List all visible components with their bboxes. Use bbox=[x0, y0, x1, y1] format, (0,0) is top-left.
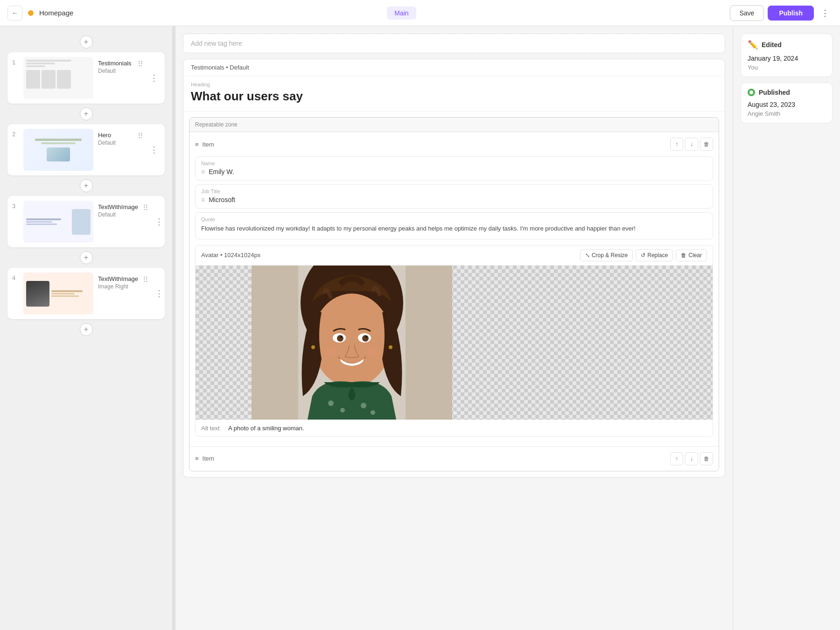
clear-button[interactable]: 🗑 Clear bbox=[676, 249, 707, 261]
svg-point-18 bbox=[389, 345, 392, 349]
sidebar-item-2[interactable]: 2 Hero Default ⠿ ⋮ bbox=[7, 124, 165, 175]
item-info-4: TextWithImage Image Right bbox=[98, 273, 138, 290]
item-row-label-2: ≡ Item bbox=[195, 455, 214, 462]
svg-point-12 bbox=[364, 347, 380, 357]
item-more-4[interactable]: ⋮ bbox=[153, 288, 165, 299]
item-thumbnail-1 bbox=[23, 57, 93, 99]
published-dot-inner bbox=[749, 91, 753, 94]
item2-move-up-button[interactable]: ↑ bbox=[670, 452, 683, 465]
name-value-row: ≡ Emily W. bbox=[201, 168, 707, 175]
svg-point-9 bbox=[340, 336, 342, 338]
replace-button[interactable]: ↺ Replace bbox=[636, 249, 673, 261]
job-title-icon: ≡ bbox=[201, 196, 205, 203]
name-field-label: Name bbox=[201, 161, 707, 166]
item-more-1[interactable]: ⋮ bbox=[148, 73, 160, 83]
item2-move-down-button[interactable]: ↓ bbox=[685, 452, 698, 465]
item-name-4: TextWithImage bbox=[98, 275, 138, 282]
item-row-header-1: ≡ Item ↑ ↓ 🗑 bbox=[195, 138, 713, 151]
item-name-2: Hero bbox=[98, 132, 133, 139]
section-card: Testimonials • Default Heading What our … bbox=[183, 59, 725, 477]
add-row-2: + bbox=[7, 107, 165, 120]
sidebar-item-1[interactable]: 1 Testimonials Default ⠿ ⋮ bbox=[7, 52, 165, 104]
alt-text-row: Alt text A photo of a smiling woman. bbox=[196, 420, 713, 436]
save-button[interactable]: Save bbox=[730, 5, 764, 21]
svg-point-13 bbox=[328, 400, 334, 406]
item-move-up-button[interactable]: ↑ bbox=[670, 138, 683, 151]
name-field-inner: Name ≡ Emily W. bbox=[196, 157, 713, 180]
add-row-top: + bbox=[7, 35, 165, 49]
quote-value[interactable]: Flowrise has revolutionized my workday! … bbox=[201, 224, 707, 233]
svg-point-16 bbox=[371, 410, 375, 415]
item-variant-2: Default bbox=[98, 140, 133, 146]
item2-delete-button[interactable]: 🗑 bbox=[700, 452, 713, 465]
item-variant-3: Default bbox=[98, 211, 138, 218]
item-variant-4: Image Right bbox=[98, 283, 138, 290]
add-section-button-top[interactable]: + bbox=[80, 35, 93, 49]
alt-text-value[interactable]: A photo of a smiling woman. bbox=[228, 425, 304, 432]
item-info-3: TextWithImage Default bbox=[98, 201, 138, 218]
item-info-2: Hero Default bbox=[98, 129, 133, 146]
item-info-1: Testimonials Default bbox=[98, 57, 133, 74]
add-tag-bar[interactable]: Add new tag here bbox=[183, 34, 725, 53]
add-row-bottom: + bbox=[7, 323, 165, 336]
item-name-1: Testimonials bbox=[98, 60, 133, 67]
job-title-field-group: Job Title ≡ Microsoft bbox=[195, 184, 713, 209]
published-header: Published bbox=[748, 89, 826, 96]
repeatable-label: Repeatable zone bbox=[195, 121, 238, 128]
item-row-icon-2: ≡ bbox=[195, 455, 199, 462]
topbar: ← Homepage Main Save Publish ⋮ bbox=[0, 0, 840, 26]
sidebar: + 1 Testimonials Default ⠿ ⋮ bbox=[0, 26, 173, 630]
item-number-3: 3 bbox=[12, 203, 19, 210]
add-row-3: + bbox=[7, 179, 165, 192]
add-section-button-2[interactable]: + bbox=[80, 107, 93, 120]
item-more-3[interactable]: ⋮ bbox=[153, 217, 165, 227]
quote-inner: Quote Flowrise has revolutionized my wor… bbox=[196, 213, 713, 239]
svg-point-4 bbox=[312, 294, 392, 387]
published-title: Published bbox=[759, 89, 790, 96]
svg-point-8 bbox=[362, 335, 369, 342]
drag-handle-3[interactable]: ⠿ bbox=[143, 203, 148, 212]
publish-button[interactable]: Publish bbox=[768, 6, 814, 21]
avatar-actions: ⤡ Crop & Resize ↺ Replace 🗑 Clear bbox=[580, 249, 707, 261]
add-section-button-bottom[interactable]: + bbox=[80, 323, 93, 336]
published-user: Angie Smith bbox=[748, 110, 826, 117]
job-title-value[interactable]: Microsoft bbox=[209, 196, 235, 203]
item-thumbnail-4 bbox=[23, 273, 93, 315]
crop-resize-button[interactable]: ⤡ Crop & Resize bbox=[580, 249, 633, 261]
topbar-right: Save Publish ⋮ bbox=[730, 5, 833, 21]
sidebar-item-4[interactable]: 4 TextWithImage Image Right ⠿ bbox=[7, 268, 165, 319]
page-title: Homepage bbox=[39, 9, 73, 17]
item-delete-button[interactable]: 🗑 bbox=[700, 138, 713, 151]
heading-text[interactable]: What our users say bbox=[191, 89, 717, 104]
add-section-button-3[interactable]: + bbox=[80, 179, 93, 192]
topbar-center: Main bbox=[387, 7, 416, 20]
drag-handle-4[interactable]: ⠿ bbox=[143, 275, 148, 284]
quote-label: Quote bbox=[201, 217, 707, 222]
add-row-4: + bbox=[7, 251, 165, 264]
drag-handle-2[interactable]: ⠿ bbox=[138, 132, 143, 140]
item-row-text-2: Item bbox=[203, 455, 214, 462]
main-tab[interactable]: Main bbox=[387, 7, 416, 20]
layout: + 1 Testimonials Default ⠿ ⋮ bbox=[0, 26, 840, 630]
published-date: August 23, 2023 bbox=[748, 101, 826, 108]
add-section-button-4[interactable]: + bbox=[80, 251, 93, 264]
item-row-text: Item bbox=[203, 141, 214, 148]
edited-card: ✏️ Edited January 19, 2024 You bbox=[741, 34, 833, 77]
heading-area: Heading What our users say bbox=[183, 76, 725, 112]
page-dot bbox=[28, 10, 34, 16]
item-move-down-button[interactable]: ↓ bbox=[685, 138, 698, 151]
item-number-1: 1 bbox=[12, 59, 19, 66]
back-button[interactable]: ← bbox=[7, 6, 22, 21]
crop-resize-label: Crop & Resize bbox=[592, 252, 628, 259]
avatar-photo bbox=[252, 266, 452, 420]
more-button[interactable]: ⋮ bbox=[818, 6, 833, 21]
sidebar-item-3[interactable]: 3 TextWithImage Default ⠿ ⋮ bbox=[7, 196, 165, 247]
item-more-2[interactable]: ⋮ bbox=[148, 145, 160, 155]
item-row-icon: ≡ bbox=[195, 141, 199, 148]
drag-handle-1[interactable]: ⠿ bbox=[138, 60, 143, 69]
item-thumbnail-3 bbox=[23, 201, 93, 243]
replace-label: Replace bbox=[647, 252, 668, 259]
job-title-value-row: ≡ Microsoft bbox=[201, 196, 707, 203]
svg-point-7 bbox=[337, 335, 343, 342]
name-field-value[interactable]: Emily W. bbox=[209, 168, 234, 175]
